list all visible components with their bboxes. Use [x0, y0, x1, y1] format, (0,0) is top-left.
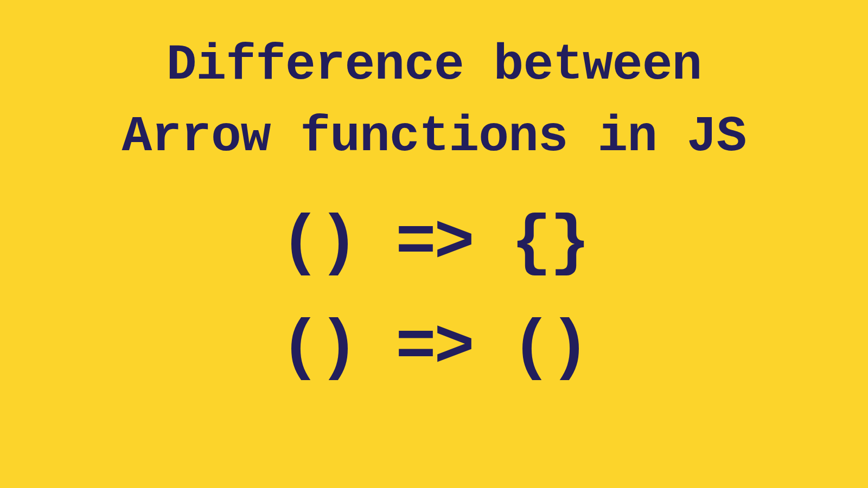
title-line-2: Arrow functions in JS: [122, 101, 746, 173]
title-line-1: Difference between: [122, 30, 746, 101]
slide-title: Difference between Arrow functions in JS: [122, 30, 746, 173]
code-examples: () => {} () => (): [280, 210, 588, 382]
arrow-function-braces: () => {}: [280, 210, 588, 278]
arrow-function-parens: () => (): [280, 314, 588, 382]
